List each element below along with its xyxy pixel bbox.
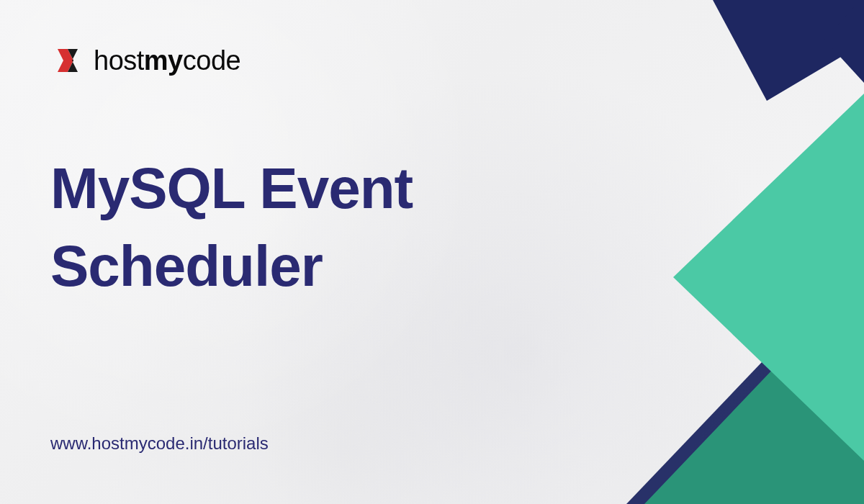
logo-word-code: code: [183, 45, 240, 76]
logo-icon: [50, 43, 85, 78]
page-title: MySQL Event Scheduler: [50, 150, 554, 305]
tutorial-url: www.hostmycode.in/tutorials: [50, 433, 814, 454]
logo: hostmycode: [50, 43, 814, 78]
logo-text: hostmycode: [94, 45, 240, 76]
logo-word-my: my: [144, 45, 183, 76]
logo-word-host: host: [94, 45, 144, 76]
